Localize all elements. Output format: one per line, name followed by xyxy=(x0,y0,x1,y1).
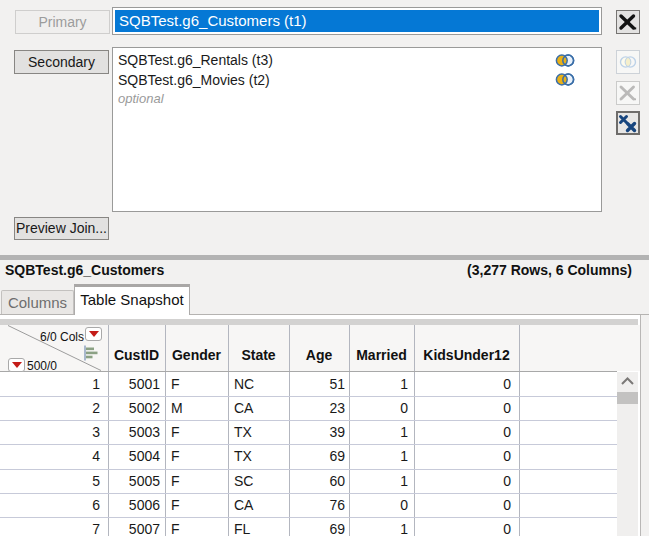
table-cell[interactable]: 1 xyxy=(350,517,408,536)
secondary-table-name: SQBTest.g6_Rentals (t3) xyxy=(118,52,273,68)
table-cell[interactable]: F xyxy=(171,372,227,396)
grid-vline xyxy=(519,325,520,536)
row-number-cell[interactable]: 7 xyxy=(0,517,100,536)
table-cell[interactable]: 1 xyxy=(350,469,408,493)
secondary-table-item[interactable]: SQBTest.g6_Movies (t2) xyxy=(114,70,600,90)
table-cell[interactable]: 1 xyxy=(350,372,408,396)
table-cell[interactable]: FL xyxy=(234,517,288,536)
row-number-cell[interactable]: 2 xyxy=(0,396,100,420)
table-cell[interactable]: CA xyxy=(234,396,288,420)
row-number-cell[interactable]: 1 xyxy=(0,372,100,396)
column-header-CustID[interactable]: CustID xyxy=(109,346,164,371)
remove-all-joins-button[interactable] xyxy=(616,111,640,135)
delete-x-disabled-icon xyxy=(617,82,639,104)
table-cell[interactable]: 0 xyxy=(415,372,511,396)
secondary-table-list[interactable]: SQBTest.g6_Rentals (t3)SQBTest.g6_Movies… xyxy=(112,47,602,212)
table-cell[interactable]: 0 xyxy=(415,493,511,517)
secondary-table-name: SQBTest.g6_Movies (t2) xyxy=(118,72,270,88)
red-triangle-icon xyxy=(11,361,23,369)
result-table-name: SQBTest.g6_Customers xyxy=(5,262,164,278)
table-cell[interactable]: F xyxy=(171,444,227,468)
table-cell[interactable]: TX xyxy=(234,420,288,444)
table-cell[interactable]: 1 xyxy=(350,444,408,468)
columns-red-triangle-menu[interactable] xyxy=(85,327,102,341)
scrollbar-thumb[interactable] xyxy=(617,392,638,404)
table-cell[interactable]: F xyxy=(171,493,227,517)
table-cell[interactable]: 39 xyxy=(290,420,345,444)
column-header-State[interactable]: State xyxy=(229,346,288,371)
table-cell[interactable]: 5005 xyxy=(109,469,160,493)
secondary-button[interactable]: Secondary xyxy=(14,50,109,74)
table-cell[interactable]: 5003 xyxy=(109,420,160,444)
table-cell[interactable]: M xyxy=(171,396,227,420)
table-cell[interactable]: 5001 xyxy=(109,372,160,396)
optional-placeholder: optional xyxy=(114,89,600,109)
columns-count-label: 6/0 Cols xyxy=(0,330,84,344)
preview-join-button[interactable]: Preview Join... xyxy=(14,217,109,240)
delete-x-icon xyxy=(617,11,639,33)
remove-secondary-table-button[interactable] xyxy=(616,81,640,105)
column-header-Married[interactable]: Married xyxy=(350,346,413,371)
table-cell[interactable]: 0 xyxy=(415,517,511,536)
left-outer-join-icon xyxy=(555,54,575,67)
splitter-bar[interactable] xyxy=(0,255,649,260)
row-number-cell[interactable]: 5 xyxy=(0,469,100,493)
join-type-icon[interactable] xyxy=(555,73,575,86)
table-cell[interactable]: NC xyxy=(234,372,288,396)
left-outer-join-icon xyxy=(555,73,575,86)
table-cell[interactable]: 0 xyxy=(415,444,511,468)
table-cell[interactable]: 0 xyxy=(350,493,408,517)
table-cell[interactable]: 5002 xyxy=(109,396,160,420)
table-cell[interactable]: 23 xyxy=(290,396,345,420)
tab-table-snapshot[interactable]: Table Snapshot xyxy=(74,284,190,315)
table-cell[interactable]: 5004 xyxy=(109,444,160,468)
table-cell[interactable]: 0 xyxy=(415,469,511,493)
primary-table-item[interactable]: SQBTest.g6_Customers (t1) xyxy=(115,10,599,32)
scrollbar-up-arrow[interactable] xyxy=(617,372,638,389)
red-triangle-icon xyxy=(88,330,100,338)
venn-join-icon xyxy=(617,51,639,73)
table-cell[interactable]: F xyxy=(171,420,227,444)
row-number-cell[interactable]: 4 xyxy=(0,444,100,468)
column-header-Gender[interactable]: Gender xyxy=(166,346,227,371)
table-cell[interactable]: CA xyxy=(234,493,288,517)
table-cell[interactable]: 69 xyxy=(290,444,345,468)
column-header-KidsUnder12[interactable]: KidsUnder12 xyxy=(415,346,518,371)
columns-filter-icon xyxy=(83,345,99,361)
rows-red-triangle-menu[interactable] xyxy=(8,358,25,372)
double-x-icon xyxy=(618,113,638,133)
row-number-cell[interactable]: 6 xyxy=(0,493,100,517)
tab-columns[interactable]: Columns xyxy=(1,290,74,314)
table-cell[interactable]: 5006 xyxy=(109,493,160,517)
edit-join-button[interactable] xyxy=(616,50,640,74)
table-cell[interactable]: 1 xyxy=(350,420,408,444)
table-cell[interactable]: F xyxy=(171,517,227,536)
table-cell[interactable]: F xyxy=(171,469,227,493)
secondary-table-item[interactable]: SQBTest.g6_Rentals (t3) xyxy=(114,50,600,70)
vertical-scrollbar[interactable] xyxy=(617,372,638,536)
table-cell[interactable]: 51 xyxy=(290,372,345,396)
result-dimensions: (3,277 Rows, 6 Columns) xyxy=(467,262,632,278)
table-cell[interactable]: 0 xyxy=(415,420,511,444)
join-type-icon[interactable] xyxy=(555,54,575,67)
table-cell[interactable]: SC xyxy=(234,469,288,493)
table-cell[interactable]: 0 xyxy=(415,396,511,420)
row-number-cell[interactable]: 3 xyxy=(0,420,100,444)
query-builder-join-panel: Primary SQBTest.g6_Customers (t1) Second… xyxy=(0,0,649,536)
primary-button[interactable]: Primary xyxy=(15,10,110,34)
table-cell[interactable]: 76 xyxy=(290,493,345,517)
primary-table-list[interactable]: SQBTest.g6_Customers (t1) xyxy=(112,7,602,35)
table-cell[interactable]: 5007 xyxy=(109,517,160,536)
table-cell[interactable]: 0 xyxy=(350,396,408,420)
table-cell[interactable]: 69 xyxy=(290,517,345,536)
table-cell[interactable]: TX xyxy=(234,444,288,468)
table-cell[interactable]: 60 xyxy=(290,469,345,493)
column-header-Age[interactable]: Age xyxy=(290,346,348,371)
remove-primary-table-button[interactable] xyxy=(616,10,640,34)
